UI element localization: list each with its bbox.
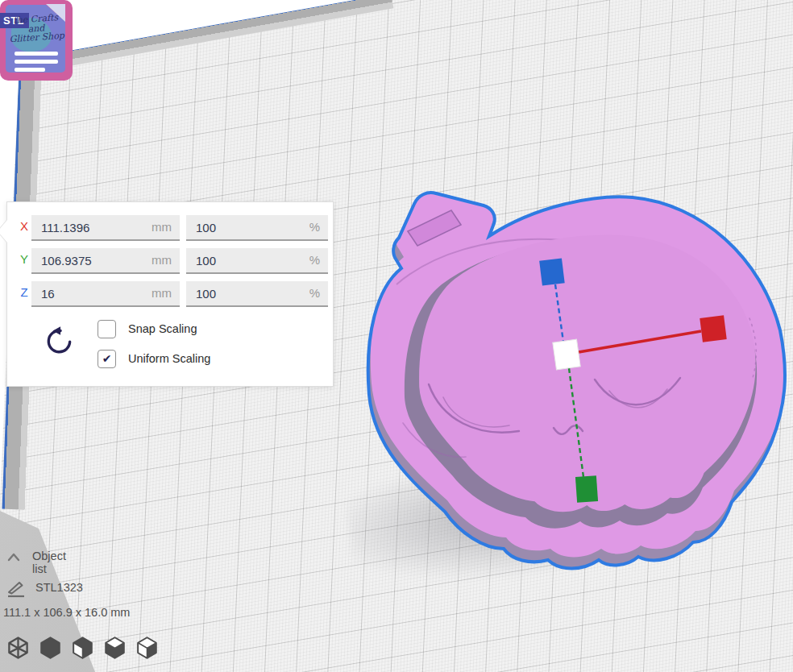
- pumpkin-mold-model[interactable]: [355, 181, 793, 578]
- x-axis-label: X: [17, 219, 31, 233]
- text-line-bar: [15, 68, 45, 72]
- z-scale-handle[interactable]: [539, 258, 565, 285]
- scale-tool-panel: X mm % Y mm % Z mm %: [6, 201, 334, 387]
- z-percent-field-wrap: %: [186, 281, 328, 307]
- z-mm-field-wrap: mm: [31, 281, 180, 307]
- x-percent-input[interactable]: [186, 215, 328, 239]
- y-size-input[interactable]: [31, 248, 180, 272]
- text-line-bar: [15, 52, 58, 56]
- scale-row-x: X mm %: [7, 215, 333, 239]
- y-percent-field-wrap: %: [186, 248, 328, 274]
- z-size-input[interactable]: [31, 281, 180, 305]
- top-face-cube-icon[interactable]: [103, 635, 127, 661]
- reset-arrowhead: [53, 326, 61, 335]
- x-size-input[interactable]: [31, 215, 180, 239]
- scale-row-z: Z mm %: [7, 281, 333, 305]
- document-text-lines: [15, 52, 58, 76]
- panel-pointer-arrow: [0, 220, 7, 243]
- object-list-title: Object list: [32, 550, 66, 575]
- x-percent-field-wrap: %: [186, 215, 328, 241]
- y-axis-label: Y: [17, 252, 31, 266]
- object-name: STL1323: [35, 581, 83, 594]
- edit-pencil-icon[interactable]: [6, 577, 27, 598]
- uniform-scaling-label: Uniform Scaling: [128, 352, 210, 365]
- collapse-chevron-icon[interactable]: [5, 550, 23, 563]
- x-mm-field-wrap: mm: [31, 215, 180, 241]
- view-mode-toolbar: [6, 635, 159, 661]
- z-percent-input[interactable]: [186, 281, 328, 305]
- x-scale-handle[interactable]: [700, 315, 726, 342]
- reset-scale-button[interactable]: [44, 323, 75, 355]
- object-dimensions: 111.1 x 106.9 x 16.0 mm: [3, 606, 130, 619]
- y-scale-handle[interactable]: [575, 475, 598, 503]
- top-front-face-cube-icon[interactable]: [135, 635, 159, 661]
- uniform-scaling-checkbox[interactable]: ✔: [98, 350, 116, 368]
- snap-scaling-label: Snap Scaling: [128, 322, 197, 335]
- y-mm-field-wrap: mm: [31, 248, 180, 274]
- solid-cube-icon[interactable]: [39, 635, 62, 661]
- brand-name: the Crafts and Glitter Shop: [2, 12, 70, 44]
- z-axis-label: Z: [17, 285, 31, 299]
- front-face-cube-icon[interactable]: [71, 635, 94, 661]
- center-scale-handle[interactable]: [553, 339, 580, 370]
- text-line-bar: [15, 60, 58, 64]
- snap-scaling-checkbox[interactable]: [98, 320, 116, 338]
- brand-logo: STL the Crafts and Glitter Shop: [0, 0, 73, 81]
- wireframe-cube-icon[interactable]: [6, 635, 30, 661]
- y-percent-input[interactable]: [186, 248, 328, 272]
- scale-row-y: Y mm %: [7, 248, 333, 272]
